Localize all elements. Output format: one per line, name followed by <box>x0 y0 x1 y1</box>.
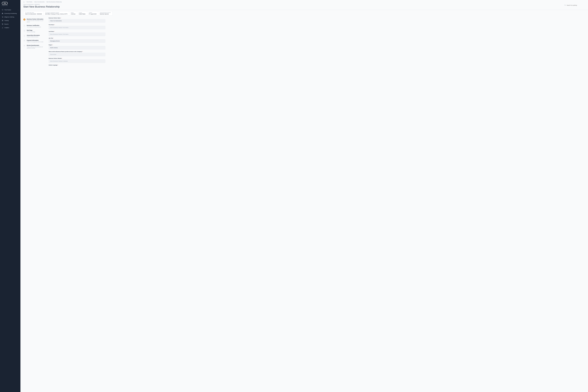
step-desc: Contact and other information for your p… <box>27 20 46 23</box>
website-input[interactable] <box>49 60 105 63</box>
search-input[interactable] <box>567 4 584 6</box>
step-desc: All known warnings <box>27 31 35 32</box>
field-region: Region* <box>49 44 105 50</box>
step-title: Red Flags <box>27 30 35 31</box>
sidebar: TDI Diligence Suite Third Parties ⌄ Scre… <box>0 0 20 392</box>
step-number: 5 <box>23 40 25 42</box>
step-title: Review Questionnaire <box>27 45 46 46</box>
field-label: Where will the Business Partner provide … <box>49 51 105 52</box>
where-services-input[interactable] <box>49 53 105 56</box>
main: / Third Parties / Clear Cut Instruments … <box>20 0 588 392</box>
breadcrumb-current: Start New Business Relationship <box>46 1 62 2</box>
field-last-name: Last Name* <box>49 31 105 36</box>
sidebar-item-label: Screening & Monitoring <box>4 13 17 14</box>
field-label: Default Language* <box>49 64 105 66</box>
step-title: Business Justification <box>27 25 41 26</box>
step-title: Ownership Information <box>27 35 40 36</box>
field-label: Business Partner Name* <box>49 18 105 18</box>
step-title: Business Partner Information <box>27 18 46 20</box>
sidebar-item-label: Diligence Ordering <box>4 16 14 18</box>
field-label: Business Partner Website* <box>49 58 105 59</box>
search-box[interactable] <box>563 4 585 6</box>
header: Clear Cut Instruments · 000000342 Start … <box>20 3 588 10</box>
svg-point-5 <box>565 4 565 6</box>
breadcrumb-item[interactable]: Clear Cut Instruments <box>34 1 44 2</box>
sidebar-item-label: Training <box>4 20 8 21</box>
sidebar-item-label: Analytics <box>4 27 9 28</box>
field-label: Job Title* <box>49 38 105 39</box>
step-number: 1 <box>23 18 25 20</box>
breadcrumb: / Third Parties / Clear Cut Instruments … <box>20 0 588 3</box>
sidebar-item-training[interactable]: Training <box>0 19 20 22</box>
meta-label: Created <box>89 12 96 13</box>
meta-label: Country <box>79 12 85 13</box>
step-5[interactable]: 5 Payment Information Details of how pay… <box>23 39 46 44</box>
step-desc: Details of how payments will be made <box>27 41 43 42</box>
job-title-input[interactable] <box>49 39 105 43</box>
meta-card-region: Region Americas <box>69 11 77 16</box>
shield-icon <box>2 9 3 10</box>
meta-card-country: Country United States <box>77 11 87 16</box>
step-number: 6 <box>23 45 25 47</box>
meta-label: TP Legal Entity Name <box>25 12 42 13</box>
sidebar-item-diligence[interactable]: Diligence Ordering <box>0 15 20 19</box>
meta-value: Americas <box>71 13 75 15</box>
last-name-input[interactable] <box>49 32 105 36</box>
meta-card-entity: TP Legal Entity Name Clear Cut Instrumen… <box>23 11 44 16</box>
breadcrumb-item[interactable]: Third Parties <box>26 1 32 2</box>
meta-card-address: TP Business Registration Address 633 Mil… <box>43 11 69 16</box>
cart-icon <box>2 16 3 18</box>
field-website: Business Partner Website* <box>49 58 105 63</box>
meta-value: 27 August 2024 <box>89 13 96 15</box>
logo: TDI Diligence Suite <box>0 2 20 8</box>
page-title: Start New Business Relationship <box>23 5 60 8</box>
chevron-down-icon: ⌄ <box>18 9 18 10</box>
line-chart-icon <box>2 27 3 28</box>
logo-subline: Diligence Suite <box>2 5 8 6</box>
content: 1 Business Partner Information Contact a… <box>20 16 588 69</box>
step-number: 3 <box>23 30 25 32</box>
breadcrumb-sep: / <box>45 1 46 2</box>
sidebar-item-label: Third Parties <box>4 9 11 10</box>
form: Business Partner Name* First Name* Last … <box>49 18 105 67</box>
home-icon[interactable] <box>23 1 24 2</box>
step-desc: Details of financial interest <box>27 36 40 38</box>
first-name-input[interactable] <box>49 26 105 29</box>
step-1[interactable]: 1 Business Partner Information Contact a… <box>23 18 46 24</box>
svg-rect-1 <box>2 13 3 14</box>
book-icon <box>2 20 3 21</box>
sidebar-item-label: Reports <box>4 24 8 25</box>
meta-card-created: Created 27 August 2024 <box>87 11 98 16</box>
meta-value: 633 Milton Freeway, El Paso, Arizona, 52… <box>45 13 67 15</box>
step-2[interactable]: 2 Business Justification Your reasons fo… <box>23 24 46 29</box>
meta-row: TP Legal Entity Name Clear Cut Instrumen… <box>20 10 588 16</box>
sidebar-item-third-parties[interactable]: Third Parties ⌄ <box>0 8 20 12</box>
step-desc: Please check you have answered all quest… <box>27 46 46 49</box>
region-input[interactable] <box>49 46 105 50</box>
meta-label: Region <box>71 12 75 13</box>
field-job-title: Job Title* <box>49 38 105 43</box>
steps: 1 Business Partner Information Contact a… <box>23 18 46 67</box>
step-title: Payment Information <box>27 40 43 41</box>
sidebar-item-screening[interactable]: Screening & Monitoring <box>0 12 20 15</box>
step-number: 4 <box>23 35 25 37</box>
sidebar-item-analytics[interactable]: Analytics <box>0 26 20 30</box>
meta-value: Business Sponsor <box>100 13 111 15</box>
field-label: Region* <box>49 44 105 46</box>
field-where-services: Where will the Business Partner provide … <box>49 51 105 56</box>
step-desc: Your reasons for doing business <box>27 26 41 28</box>
meta-label: Primary Business Sponsor <box>100 12 111 13</box>
field-default-language: Default Language* <box>49 64 105 66</box>
business-partner-name-input[interactable] <box>49 19 105 22</box>
field-first-name: First Name* <box>49 24 105 29</box>
svg-rect-0 <box>2 13 2 14</box>
field-label: Last Name* <box>49 31 105 32</box>
step-6[interactable]: 6 Review Questionnaire Please check you … <box>23 44 46 50</box>
breadcrumb-sep: / <box>33 1 33 2</box>
chart-icon <box>2 13 3 14</box>
step-3[interactable]: 3 Red Flags All known warnings <box>23 28 46 34</box>
step-4[interactable]: 4 Ownership Information Details of finan… <box>23 34 46 39</box>
sidebar-item-reports[interactable]: Reports <box>0 22 20 26</box>
field-business-partner-name: Business Partner Name* <box>49 18 105 22</box>
header-subtitle: Clear Cut Instruments · 000000342 <box>23 4 60 5</box>
